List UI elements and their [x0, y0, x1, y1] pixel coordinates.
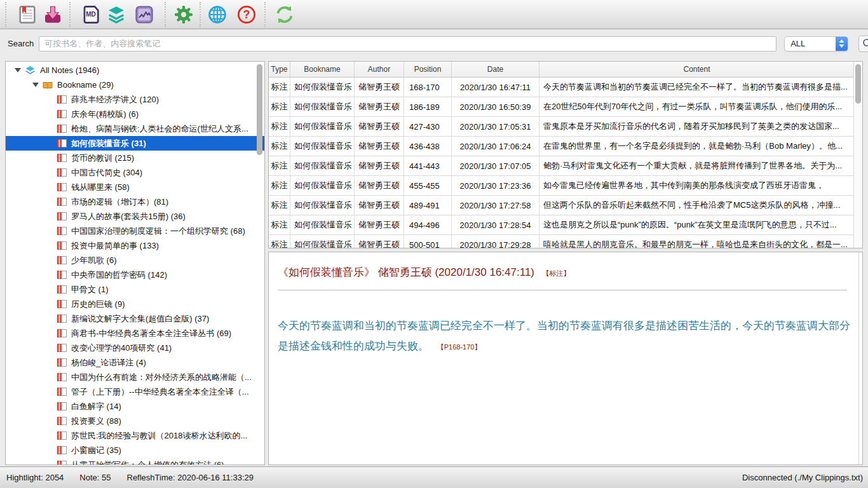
table-scrollbar-track[interactable]	[853, 62, 862, 248]
gear-icon	[173, 4, 194, 25]
tree-item-label: 改变心理学的40项研究 (41)	[71, 342, 172, 354]
cell-date: 2020/1/30 17:07:05	[452, 156, 539, 175]
book-icon	[57, 461, 67, 465]
tree-item-book[interactable]: 中央帝国的哲学密码 (142)	[6, 268, 264, 282]
disclosure-triangle-icon[interactable]	[15, 68, 21, 72]
tree-item-book[interactable]: 商君书-中华经典名著全本全注全译丛书 (69)	[6, 326, 264, 341]
tree-item-book[interactable]: 从零开始学写作：个人增值的有效方法 (6)	[6, 458, 264, 465]
tree-item-all-notes[interactable]: All Notes (1946)	[6, 63, 264, 78]
statistics-button[interactable]	[132, 2, 157, 27]
tree-item-book[interactable]: 庆余年(精校版) (6)	[6, 107, 264, 121]
tree-item-label: 庆余年(精校版) (6)	[71, 109, 139, 120]
table-row[interactable]: 标注 如何假装懂音乐 储智勇王硕 489-491 2020/1/30 17:27…	[269, 196, 854, 215]
table-row[interactable]: 标注 如何假装懂音乐 储智勇王硕 455-455 2020/1/30 17:23…	[269, 176, 854, 196]
document-icon	[17, 4, 37, 25]
tree-item-book[interactable]: 历史的巨镜 (9)	[6, 297, 264, 311]
cell-author: 储智勇王硕	[355, 196, 404, 215]
tree-item-book[interactable]: 中国古代简史 (304)	[6, 165, 264, 180]
column-header-date[interactable]: Date	[452, 62, 539, 77]
tree-item-book[interactable]: 少年凯歌 (6)	[6, 253, 264, 268]
table-row[interactable]: 标注 如何假装懂音乐 储智勇王硕 500-501 2020/1/30 17:29…	[269, 235, 854, 248]
tree-item-label: 投资中最简单的事 (133)	[71, 240, 159, 252]
cell-bookname: 如何假装懂音乐	[290, 137, 355, 156]
cell-position: 427-430	[404, 117, 452, 136]
cell-type: 标注	[269, 176, 290, 195]
column-header-position[interactable]: Position	[404, 62, 452, 77]
tree-item-label: 小窗幽记 (35)	[71, 445, 121, 456]
book-icon	[57, 110, 67, 118]
tree-item-book[interactable]: 白鱼解字 (14)	[6, 399, 264, 414]
settings-button[interactable]	[171, 2, 196, 27]
tree-item-label: 市场的逻辑（增订本）(81)	[71, 196, 168, 208]
cell-bookname: 如何假装懂音乐	[290, 78, 355, 97]
tree-item-book[interactable]: 杨伯峻_论语译注 (4)	[6, 355, 264, 370]
tree-item-book[interactable]: 甲骨文 (1)	[6, 282, 264, 297]
filter-select[interactable]: ALL	[784, 36, 848, 51]
tree-item-label: 枪炮、病菌与钢铁:人类社会的命运(世纪人文系...	[71, 123, 248, 135]
refresh-button[interactable]	[272, 2, 297, 27]
tree-item-label: 投资要义 (88)	[71, 416, 121, 427]
table-row[interactable]: 标注 如何假装懂音乐 储智勇王硕 436-438 2020/1/30 17:06…	[269, 137, 854, 156]
toolbar: MD	[0, 0, 868, 29]
column-header-type[interactable]: Type	[269, 62, 290, 77]
tree-item-book[interactable]: 如何假装懂音乐 (31)	[6, 136, 264, 151]
cell-content: 嘻哈就是黑人的朋克音乐。和最早的朋克一样，嘻哈也是来自街头的文化，都是一...	[539, 235, 854, 248]
cell-position: 500-501	[404, 235, 452, 248]
clippings-document-button[interactable]	[15, 2, 40, 27]
import-clippings-button[interactable]	[40, 2, 65, 27]
tree-item-label: 中国国家治理的制度逻辑：一个组织学研究 (68)	[71, 226, 245, 237]
tree-item-book[interactable]: 货币的教训 (215)	[6, 151, 264, 165]
filter-select-value: ALL	[785, 39, 805, 48]
cell-bookname: 如何假装懂音乐	[290, 117, 355, 136]
cell-position: 489-491	[404, 196, 452, 215]
tree-item-book[interactable]: 薛兆丰经济学讲义 (120)	[6, 92, 264, 107]
tree-item-book[interactable]: 中国为什么有前途：对外经济关系的战略潜能（...	[6, 370, 264, 384]
tree-item-book[interactable]: 中国国家治理的制度逻辑：一个组织学研究 (68)	[6, 224, 264, 238]
detail-scrollbar-track[interactable]	[858, 252, 859, 464]
markdown-export-button[interactable]: MD	[78, 2, 104, 27]
tree-item-book[interactable]: 投资要义 (88)	[6, 414, 264, 428]
book-icon	[57, 329, 67, 337]
tree-item-book[interactable]: 改变心理学的40项研究 (41)	[6, 341, 264, 355]
cell-date: 2020/1/30 17:29:28	[452, 235, 539, 248]
cell-bookname: 如何假装懂音乐	[290, 215, 355, 234]
cell-bookname: 如何假装懂音乐	[290, 156, 355, 175]
book-icon	[57, 183, 67, 191]
table-scrollbar-thumb[interactable]	[855, 64, 861, 104]
cell-position: 455-455	[404, 176, 452, 195]
tree-item-book[interactable]: 苏世民:我的经验与教训（2018读桥水达利欧的...	[6, 428, 264, 443]
batch-layers-button[interactable]	[104, 2, 129, 27]
column-header-bookname[interactable]: Bookname	[290, 62, 355, 77]
tree-item-bookname-group[interactable]: Bookname (29)	[6, 78, 264, 92]
help-button[interactable]: ?	[234, 2, 259, 27]
column-header-content[interactable]: Content	[539, 62, 854, 77]
tree-item-book[interactable]: 枪炮、病菌与钢铁:人类社会的命运(世纪人文系...	[6, 121, 264, 136]
table-row[interactable]: 标注 如何假装懂音乐 储智勇王硕 494-496 2020/1/30 17:28…	[269, 215, 854, 235]
cell-position: 494-496	[404, 215, 452, 234]
table-row[interactable]: 标注 如何假装懂音乐 储智勇王硕 427-430 2020/1/30 17:05…	[269, 117, 854, 137]
tree-item-book[interactable]: 管子（上下册）--中华经典名著全本全注全译（...	[6, 384, 264, 399]
book-icon	[57, 125, 67, 133]
disclosure-triangle-icon[interactable]	[32, 83, 39, 87]
tree-item-book[interactable]: 罗马人的故事(套装共15册) (36)	[6, 209, 264, 224]
cell-content: 如今雷鬼已经传遍世界各地，其中传到南美的那条线演变成了西班牙语雷鬼，	[539, 176, 854, 195]
book-icon	[57, 168, 67, 177]
column-header-author[interactable]: Author	[355, 62, 404, 77]
status-note-count: Note: 55	[79, 473, 111, 482]
search-input[interactable]	[39, 36, 776, 51]
cell-author: 储智勇王硕	[355, 176, 404, 195]
layers-icon	[106, 4, 126, 25]
search-button[interactable]	[858, 36, 868, 52]
table-row[interactable]: 标注 如何假装懂音乐 储智勇王硕 441-443 2020/1/30 17:07…	[269, 156, 854, 176]
table-row[interactable]: 标注 如何假装懂音乐 储智勇王硕 186-189 2020/1/30 16:50…	[269, 97, 854, 117]
book-icon	[57, 95, 67, 104]
tree-item-book[interactable]: 市场的逻辑（增订本）(81)	[6, 194, 264, 209]
tree-item-book[interactable]: 钱从哪里来 (58)	[6, 180, 264, 194]
tree-item-book[interactable]: 新编说文解字大全集(超值白金版) (37)	[6, 311, 264, 326]
sidebar-scrollbar-thumb[interactable]	[257, 64, 262, 155]
cell-position: 186-189	[404, 97, 452, 116]
website-button[interactable]	[205, 2, 230, 27]
table-row[interactable]: 标注 如何假装懂音乐 储智勇王硕 168-170 2020/1/30 16:47…	[269, 78, 854, 97]
tree-item-book[interactable]: 小窗幽记 (35)	[6, 443, 264, 458]
tree-item-book[interactable]: 投资中最简单的事 (133)	[6, 238, 264, 253]
